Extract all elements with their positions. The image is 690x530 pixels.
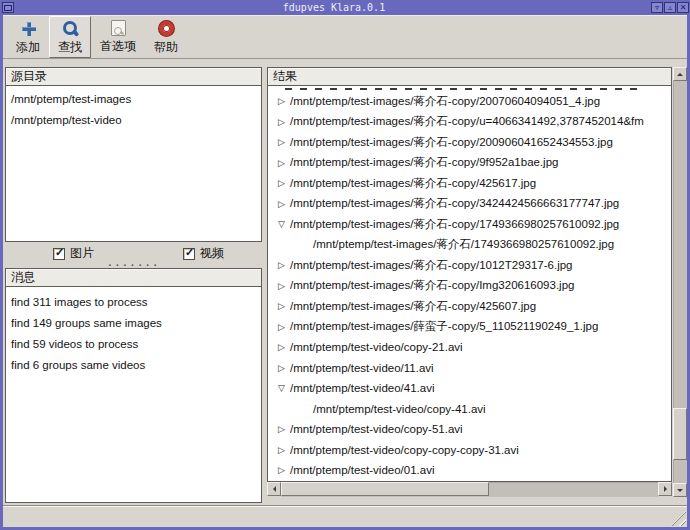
result-row[interactable]: ▷ /mnt/ptemp/test-images/蒋介石-copy/u=4066… [268, 112, 671, 133]
expander-icon[interactable]: ▷ [276, 199, 287, 209]
toolbar: 添加 查找 首选项 帮助 [3, 15, 687, 59]
maximize-button[interactable]: ▵ [664, 2, 676, 13]
titlebar: fdupves Klara.0.1 ▿ ▵ ✕ [1, 1, 689, 14]
pane-resize-grip[interactable]: . . . . . . . [3, 258, 263, 268]
scroll-right-button[interactable] [658, 482, 672, 496]
expander-icon[interactable]: ▷ [276, 281, 287, 291]
scroll-down-button[interactable] [673, 483, 687, 497]
left-arrow-icon [270, 486, 276, 492]
result-row[interactable]: ▷ /mnt/ptemp/test-images/蒋介石-copy/200906… [268, 132, 671, 153]
resize-grip-icon[interactable] [671, 511, 686, 526]
message-line: find 6 groups same videos [6, 355, 261, 376]
help-icon [159, 21, 174, 36]
preferences-button-label: 首选项 [100, 38, 136, 55]
result-path: /mnt/ptemp/test-images/蒋介石-copy/9f952a1b… [290, 155, 558, 170]
horizontal-scrollbar-thumb[interactable] [281, 482, 489, 496]
source-directory-header[interactable]: 源目录 [5, 67, 262, 86]
status-bar [3, 505, 687, 527]
result-row[interactable]: /mnt/ptemp/test-images/蒋介石/1749366980257… [268, 235, 671, 256]
find-icon [62, 20, 79, 37]
result-row[interactable]: ▷ /mnt/ptemp/test-images/蒋介石-copy/Img320… [268, 276, 671, 297]
window-title: fdupves Klara.0.1 [18, 1, 650, 14]
expander-icon[interactable]: ▷ [276, 322, 287, 332]
expander-icon[interactable]: ▷ [276, 445, 287, 455]
horizontal-scrollbar-trough[interactable] [281, 482, 658, 497]
results-tree[interactable]: ▷ /mnt/ptemp/test-images/蒋介石-copy/200706… [267, 86, 672, 482]
result-path: /mnt/ptemp/test-images/蒋介石-copy/34244245… [290, 196, 619, 211]
result-row[interactable]: ▷ /mnt/ptemp/test-video/copy-21.avi [268, 337, 671, 358]
expander-icon[interactable]: ▽ [276, 219, 287, 229]
results-horizontal-scrollbar[interactable] [267, 482, 672, 497]
help-button[interactable]: 帮助 [145, 16, 187, 58]
window-menu-button[interactable] [2, 2, 14, 13]
result-row[interactable]: ▷ /mnt/ptemp/test-images/蒋介石-copy/1012T2… [268, 255, 671, 276]
expander-icon[interactable]: ▷ [276, 301, 287, 311]
result-path: /mnt/ptemp/test-video/copy-21.avi [290, 341, 463, 353]
result-path: /mnt/ptemp/test-images/蒋介石-copy/17493669… [290, 217, 619, 232]
vertical-scrollbar-trough[interactable] [673, 81, 687, 483]
results-header[interactable]: 结果 [267, 67, 672, 86]
result-path: /mnt/ptemp/test-images/蒋介石-copy/425617.j… [290, 176, 536, 191]
down-arrow-icon [677, 489, 683, 495]
add-button[interactable]: 添加 [7, 16, 49, 58]
shade-button[interactable]: ▿ [651, 2, 663, 13]
result-row[interactable]: ▷ /mnt/ptemp/test-video/11.avi [268, 358, 671, 379]
result-row[interactable]: ▷ /mnt/ptemp/test-images/蒋介石-copy/200706… [268, 91, 671, 112]
result-path: /mnt/ptemp/test-images/蒋介石-copy/425607.j… [290, 299, 536, 314]
expander-icon[interactable]: ▷ [276, 96, 287, 106]
result-path: /mnt/ptemp/test-video/copy-41.avi [313, 403, 486, 415]
result-path: /mnt/ptemp/test-images/蒋介石-copy/u=406634… [290, 114, 644, 129]
result-row[interactable]: ▷ /mnt/ptemp/test-images/蒋介石-copy/425607… [268, 296, 671, 317]
result-path: /mnt/ptemp/test-images/蒋介石-copy/20070604… [290, 94, 600, 109]
add-button-label: 添加 [16, 39, 40, 56]
message-line: find 311 images to process [6, 292, 261, 313]
result-row[interactable]: ▷ /mnt/ptemp/test-images/蒋介石-copy/342442… [268, 194, 671, 215]
result-row[interactable]: ▽ /mnt/ptemp/test-video/41.avi [268, 378, 671, 399]
expander-icon[interactable]: ▷ [276, 158, 287, 168]
message-list: find 311 images to processfind 149 group… [5, 287, 262, 503]
source-directory-list[interactable]: /mnt/ptemp/test-images/mnt/ptemp/test-vi… [5, 86, 262, 242]
expander-icon[interactable]: ▷ [276, 342, 287, 352]
close-button[interactable]: ✕ [677, 2, 689, 13]
results-vertical-scrollbar[interactable] [673, 67, 687, 497]
source-directory-item[interactable]: /mnt/ptemp/test-images [6, 89, 261, 110]
source-directory-item[interactable]: /mnt/ptemp/test-video [6, 110, 261, 131]
find-button[interactable]: 查找 [49, 16, 91, 58]
up-arrow-icon [677, 70, 683, 76]
result-row[interactable]: ▷ /mnt/ptemp/test-video/copy-copy-copy-3… [268, 440, 671, 461]
window-menu-icon [4, 5, 12, 11]
expander-icon[interactable]: ▽ [276, 383, 287, 393]
maximize-icon: ▵ [668, 3, 672, 12]
expander-icon[interactable]: ▷ [276, 178, 287, 188]
find-button-label: 查找 [58, 39, 82, 56]
result-row[interactable]: /mnt/ptemp/test-video/copy-41.avi [268, 399, 671, 420]
result-path: /mnt/ptemp/test-images/薛蛮子-copy/5_110521… [290, 319, 598, 334]
image-checkbox-check-icon: ✓ [55, 246, 64, 259]
result-row[interactable]: ▷ /mnt/ptemp/test-images/蒋介石-copy/425617… [268, 173, 671, 194]
result-row[interactable]: ▷ /mnt/ptemp/test-images/薛蛮子-copy/5_1105… [268, 317, 671, 338]
expander-icon[interactable]: ▷ [276, 260, 287, 270]
add-icon [20, 20, 37, 37]
vertical-scrollbar-thumb[interactable] [673, 408, 687, 460]
scroll-up-button[interactable] [673, 67, 687, 81]
result-row[interactable]: ▷ /mnt/ptemp/test-images/蒋介石-copy/9f952a… [268, 153, 671, 174]
result-row[interactable]: ▷ /mnt/ptemp/test-video/copy-51.avi [268, 419, 671, 440]
result-row[interactable]: ▷ /mnt/ptemp/test-video/01.avi [268, 460, 671, 481]
expander-icon[interactable]: ▷ [276, 117, 287, 127]
result-path: /mnt/ptemp/test-video/copy-copy-copy-31.… [290, 444, 519, 456]
video-checkbox-check-icon: ✓ [185, 246, 194, 259]
message-line: find 149 groups same images [6, 313, 261, 334]
expander-icon[interactable]: ▷ [276, 363, 287, 373]
preferences-icon [111, 20, 126, 36]
result-path: /mnt/ptemp/test-video/01.avi [290, 464, 434, 476]
partial-scrolled-row [268, 86, 671, 91]
shade-icon: ▿ [655, 3, 659, 12]
message-header[interactable]: 消息 [5, 268, 262, 287]
preferences-button[interactable]: 首选项 [91, 16, 145, 58]
result-row[interactable]: ▽ /mnt/ptemp/test-images/蒋介石-copy/174936… [268, 214, 671, 235]
message-line: find 59 videos to process [6, 334, 261, 355]
expander-icon[interactable]: ▷ [276, 137, 287, 147]
scroll-left-button[interactable] [267, 482, 281, 496]
expander-icon[interactable]: ▷ [276, 465, 287, 475]
expander-icon[interactable]: ▷ [276, 424, 287, 434]
